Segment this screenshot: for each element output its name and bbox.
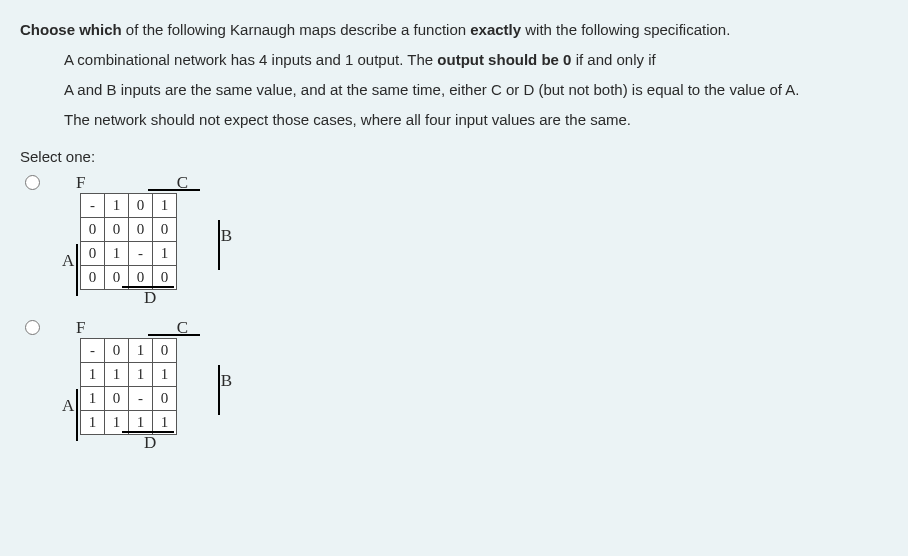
question-line-1: A combinational network has 4 inputs and… [20, 48, 888, 72]
kmap-cell: 0 [81, 218, 105, 242]
question-line-2: A and B inputs are the same value, and a… [20, 78, 888, 102]
label-A: A [62, 396, 74, 416]
kmap-2: F C A B D - 0 1 0 1 1 1 1 1 0 - [62, 318, 232, 435]
kmap-cell: - [129, 242, 153, 266]
kmap-cell: 1 [81, 363, 105, 387]
kmap-grid-1: - 1 0 1 0 0 0 0 0 1 - 1 0 0 0 0 [80, 193, 177, 290]
kmap-cell: 0 [129, 194, 153, 218]
kmap-cell: 0 [81, 266, 105, 290]
kmap-cell: - [81, 339, 105, 363]
label-B: B [221, 226, 232, 246]
kmap-grid-2: - 0 1 0 1 1 1 1 1 0 - 0 1 1 1 1 [80, 338, 177, 435]
question-text: Choose which of the following Karnaugh m… [20, 18, 888, 132]
kmap-cell: 0 [105, 387, 129, 411]
answer-option-2: F C A B D - 0 1 0 1 1 1 1 1 0 - [20, 318, 888, 435]
bar-A [76, 389, 78, 441]
bar-A [76, 244, 78, 296]
kmap-cell: 0 [81, 242, 105, 266]
question-line-3: The network should not expect those case… [20, 108, 888, 132]
kmap-cell: 0 [153, 218, 177, 242]
label-A: A [62, 251, 74, 271]
kmap-cell: - [81, 194, 105, 218]
kmap-cell: 0 [105, 339, 129, 363]
bar-D [122, 286, 174, 288]
label-D: D [144, 433, 156, 453]
label-D: D [144, 288, 156, 308]
kmap-cell: 1 [153, 363, 177, 387]
kmap-cell: - [129, 387, 153, 411]
kmap-cell: 1 [153, 194, 177, 218]
kmap-cell: 0 [105, 218, 129, 242]
kmap-cell: 1 [81, 411, 105, 435]
bar-B [218, 220, 220, 270]
bar-D [122, 431, 174, 433]
kmap-cell: 1 [129, 363, 153, 387]
kmap-cell: 1 [153, 242, 177, 266]
kmap-cell: 1 [129, 339, 153, 363]
label-B: B [221, 371, 232, 391]
radio-option-2[interactable] [25, 320, 40, 335]
kmap-cell: 1 [81, 387, 105, 411]
bar-B [218, 365, 220, 415]
bar-C [148, 334, 200, 336]
bar-C [148, 189, 200, 191]
kmap-cell: 1 [105, 242, 129, 266]
answer-option-1: F C A B D - 1 0 1 0 0 0 0 0 1 - [20, 173, 888, 290]
kmap-1: F C A B D - 1 0 1 0 0 0 0 0 1 - [62, 173, 232, 290]
kmap-cell: 1 [105, 194, 129, 218]
kmap-cell: 0 [153, 387, 177, 411]
kmap-cell: 1 [105, 363, 129, 387]
label-F: F [76, 318, 85, 338]
kmap-cell: 0 [153, 339, 177, 363]
kmap-cell: 0 [129, 218, 153, 242]
select-one-label: Select one: [20, 148, 888, 165]
question-intro: Choose which of the following Karnaugh m… [20, 18, 888, 42]
label-F: F [76, 173, 85, 193]
radio-option-1[interactable] [25, 175, 40, 190]
